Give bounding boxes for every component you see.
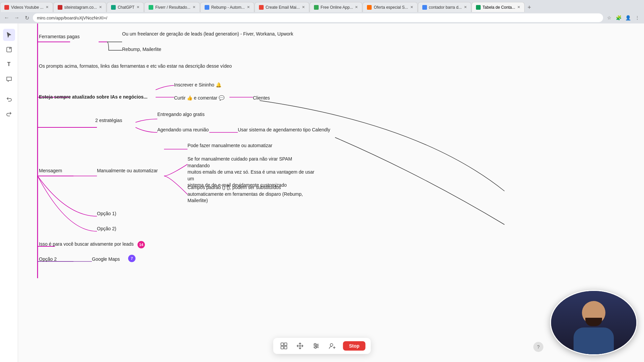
browser-tab-tab6[interactable]: Create Email Mai... ✕ bbox=[255, 2, 309, 12]
reload-button[interactable]: ↻ bbox=[23, 14, 31, 22]
browser-chrome: Videos Youtube ... ✕ siteinstagram.co...… bbox=[0, 0, 644, 23]
node-curtir: Curtir 👍 e comentar 💬 bbox=[174, 95, 224, 102]
bottom-toolbar: Stop bbox=[273, 338, 371, 354]
comment-tool-button[interactable] bbox=[3, 73, 15, 85]
tab-favicon bbox=[259, 5, 264, 10]
redo-button[interactable] bbox=[3, 108, 15, 120]
address-input[interactable] bbox=[33, 13, 603, 22]
tab-close-icon[interactable]: ✕ bbox=[247, 5, 250, 9]
bookmark-icon[interactable]: ☆ bbox=[605, 14, 613, 22]
main-content: T bbox=[0, 23, 644, 362]
node-opcao2-google: Opção 2 bbox=[39, 256, 57, 263]
svg-rect-5 bbox=[284, 346, 287, 349]
node-rebump: Rebump, Mailerlite bbox=[122, 46, 161, 53]
node-campos: Campos padrão () {}, podem ser substituí… bbox=[187, 184, 303, 204]
sliders-icon-button[interactable] bbox=[311, 341, 321, 351]
tab-close-icon[interactable]: ✕ bbox=[302, 5, 305, 9]
node-opcao2-line: Opção 2) bbox=[97, 226, 116, 232]
tab-favicon bbox=[111, 5, 116, 10]
help-button[interactable]: ? bbox=[533, 342, 543, 352]
tab-title: Free Online App... bbox=[321, 5, 353, 10]
browser-tab-tab9[interactable]: contador barra d... ✕ bbox=[418, 2, 471, 12]
tab-title: Oferta especial S... bbox=[374, 5, 408, 10]
grid-icon-button[interactable] bbox=[278, 341, 289, 351]
node-manualmente: Manualmente ou automatizar bbox=[97, 168, 158, 174]
tab-favicon bbox=[205, 5, 209, 10]
svg-rect-4 bbox=[281, 346, 283, 349]
undo-button[interactable] bbox=[3, 93, 15, 105]
select-tool-button[interactable] bbox=[3, 29, 15, 41]
node-se-for: Se for manualmente cuidado para não vira… bbox=[187, 156, 315, 189]
node-usar-calendly: Usar sistema de agendamento tipo Calendl… bbox=[238, 127, 330, 133]
badge-14: 14 bbox=[138, 241, 145, 248]
svg-point-9 bbox=[314, 344, 316, 345]
person-body bbox=[574, 327, 614, 354]
tab-title: ChatGPT bbox=[118, 5, 135, 10]
svg-point-12 bbox=[330, 344, 333, 346]
tab-title: Videos Youtube ... bbox=[11, 5, 44, 10]
tab-close-icon[interactable]: ✕ bbox=[46, 5, 49, 9]
extension-icon[interactable]: 🧩 bbox=[614, 14, 623, 22]
node-freelancer: Ou um freelancer de geração de leads (le… bbox=[122, 31, 293, 38]
menu-icon[interactable]: ⋮ bbox=[633, 14, 641, 22]
tab-title: Fiverr / Resultado... bbox=[155, 5, 191, 10]
back-button[interactable]: ← bbox=[3, 14, 11, 22]
node-pode-fazer: Pode fazer manualmente ou automatizar bbox=[187, 142, 272, 149]
node-mensagem: Mensagem bbox=[39, 168, 62, 174]
stop-button[interactable]: Stop bbox=[343, 341, 365, 351]
svg-point-10 bbox=[316, 345, 318, 347]
tab-favicon bbox=[422, 5, 427, 10]
node-ferramentas-pagas: Ferramentas pagas bbox=[39, 34, 79, 40]
badge-7: 7 bbox=[128, 255, 136, 262]
svg-point-11 bbox=[315, 347, 316, 349]
tab-favicon bbox=[314, 5, 319, 10]
text-tool-button[interactable]: T bbox=[3, 58, 15, 70]
tab-favicon bbox=[367, 5, 372, 10]
browser-tab-tab3[interactable]: ChatGPT ✕ bbox=[107, 2, 144, 12]
person-beard bbox=[585, 318, 602, 326]
browser-icons: ☆ 🧩 👤 ⋮ bbox=[605, 14, 641, 22]
node-inscrever: Inscrever e Sininho 🔔 bbox=[174, 82, 221, 88]
browser-tab-tab7[interactable]: Free Online App... ✕ bbox=[310, 2, 363, 12]
left-toolbar: T bbox=[0, 23, 18, 362]
browser-tab-tab8[interactable]: Oferta especial S... ✕ bbox=[363, 2, 417, 12]
new-tab-button[interactable]: + bbox=[525, 3, 534, 12]
tab-title: siteinstagram.co... bbox=[64, 5, 97, 10]
tab-title: contador barra d... bbox=[429, 5, 462, 10]
move-icon-button[interactable] bbox=[294, 341, 305, 351]
tab-close-icon[interactable]: ✕ bbox=[517, 5, 520, 9]
webcam-overlay bbox=[550, 290, 637, 355]
tab-close-icon[interactable]: ✕ bbox=[355, 5, 358, 9]
svg-rect-2 bbox=[281, 343, 283, 346]
node-entregando: Entregando algo gratis bbox=[157, 111, 205, 118]
browser-tab-tab4[interactable]: Fiverr / Resultado... ✕ bbox=[144, 2, 200, 12]
mindmap-lines bbox=[18, 23, 644, 362]
webcam-person bbox=[551, 291, 636, 354]
node-google-maps: Google Maps bbox=[92, 256, 120, 263]
tab-bar: Videos Youtube ... ✕ siteinstagram.co...… bbox=[0, 0, 644, 12]
browser-tab-tab2[interactable]: siteinstagram.co... ✕ bbox=[53, 2, 106, 12]
tab-favicon bbox=[149, 5, 153, 10]
tab-favicon bbox=[58, 5, 62, 10]
tab-favicon bbox=[4, 5, 9, 10]
canvas[interactable]: Ferramentas pagas Ou um freelancer de ge… bbox=[18, 23, 644, 362]
node-agendando: Agendando uma reunião bbox=[157, 127, 209, 133]
tab-close-icon[interactable]: ✕ bbox=[193, 5, 196, 9]
node-prompts: Os prompts acima, formatos, links das fe… bbox=[39, 63, 232, 70]
tab-close-icon[interactable]: ✕ bbox=[410, 5, 413, 9]
tab-close-icon[interactable]: ✕ bbox=[99, 5, 102, 9]
browser-tab-tab10[interactable]: Tabela de Conta... ✕ bbox=[472, 2, 525, 12]
sticky-note-button[interactable] bbox=[3, 44, 15, 56]
node-esteja: Esteja sempre atualizado sobre IAs e neg… bbox=[39, 94, 148, 101]
tab-close-icon[interactable]: ✕ bbox=[464, 5, 467, 9]
add-user-icon-button[interactable] bbox=[327, 341, 337, 351]
browser-tab-tab1[interactable]: Videos Youtube ... ✕ bbox=[0, 2, 53, 12]
node-opcao1: Opção 1) bbox=[97, 210, 116, 217]
node-estrategias: 2 estratégias bbox=[95, 117, 122, 124]
profile-icon[interactable]: 👤 bbox=[624, 14, 632, 22]
forward-button[interactable]: → bbox=[13, 14, 21, 22]
browser-tab-tab5[interactable]: Rebump - Autom... ✕ bbox=[200, 2, 254, 12]
tab-title: Tabela de Conta... bbox=[483, 5, 515, 10]
node-isso-e-para: Isso é para você buscar ativamente por l… bbox=[39, 241, 134, 248]
tab-close-icon[interactable]: ✕ bbox=[137, 5, 140, 9]
